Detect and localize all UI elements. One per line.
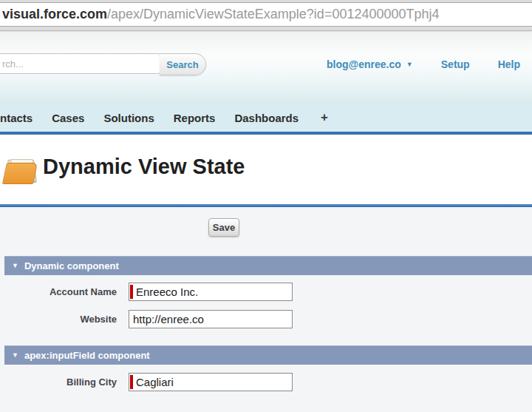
url-path: /apex/DynamicViewStateExample?id=0012400… xyxy=(107,7,439,21)
screenshot-root: visual.force.com/apex/DynamicViewStateEx… xyxy=(0,0,532,412)
user-menu-label: blog@enree.co xyxy=(327,58,401,70)
chevron-down-icon[interactable]: ▼ xyxy=(406,61,413,68)
app-header: Search blog@enree.co ▼ Setup Help xyxy=(0,32,532,104)
billing-city-label: Billing City xyxy=(6,376,117,388)
search-input[interactable] xyxy=(0,53,160,74)
save-button[interactable]: Save xyxy=(208,218,239,237)
account-name-input[interactable] xyxy=(129,283,293,301)
required-indicator xyxy=(130,375,133,389)
website-label: Website xyxy=(6,314,117,325)
url-bar[interactable]: visual.force.com/apex/DynamicViewStateEx… xyxy=(0,2,532,27)
tab-solutions[interactable]: Solutions xyxy=(103,112,154,124)
title-band: Dynamic View State xyxy=(0,138,532,204)
help-link[interactable]: Help xyxy=(498,58,520,70)
section-title: apex:inputField component xyxy=(24,350,150,361)
section-title: Dynamic component xyxy=(24,260,119,271)
page-title: Dynamic View State xyxy=(43,155,245,179)
tab-bar: ntacts Cases Solutions Reports Dashboard… xyxy=(0,104,532,135)
section-header-dynamic-component[interactable]: ▼ Dynamic component xyxy=(4,256,532,275)
tab-cases[interactable]: Cases xyxy=(52,112,84,124)
user-menu[interactable]: blog@enree.co ▼ xyxy=(327,58,413,70)
billing-city-input[interactable] xyxy=(129,373,293,391)
setup-link[interactable]: Setup xyxy=(441,58,470,70)
tab-reports[interactable]: Reports xyxy=(174,112,216,124)
tab-add-plus[interactable]: + xyxy=(321,110,328,125)
search-button[interactable]: Search xyxy=(160,53,206,75)
account-name-label: Account Name xyxy=(6,286,117,297)
form-content: Save ▼ Dynamic component Account Name We… xyxy=(0,207,532,412)
tab-dashboards[interactable]: Dashboards xyxy=(234,112,299,124)
required-indicator xyxy=(130,285,133,299)
section-header-apex-inputfield[interactable]: ▼ apex:inputField component xyxy=(4,345,532,365)
collapse-arrow-icon: ▼ xyxy=(12,263,18,269)
collapse-arrow-icon: ▼ xyxy=(12,352,18,359)
url-host: visual.force.com xyxy=(2,7,107,21)
browser-chrome: visual.force.com/apex/DynamicViewStateEx… xyxy=(0,0,532,31)
tab-contacts[interactable]: ntacts xyxy=(0,112,33,124)
header-links: blog@enree.co ▼ Setup Help xyxy=(327,58,520,70)
website-input[interactable] xyxy=(129,310,293,328)
folder-icon xyxy=(4,153,39,185)
